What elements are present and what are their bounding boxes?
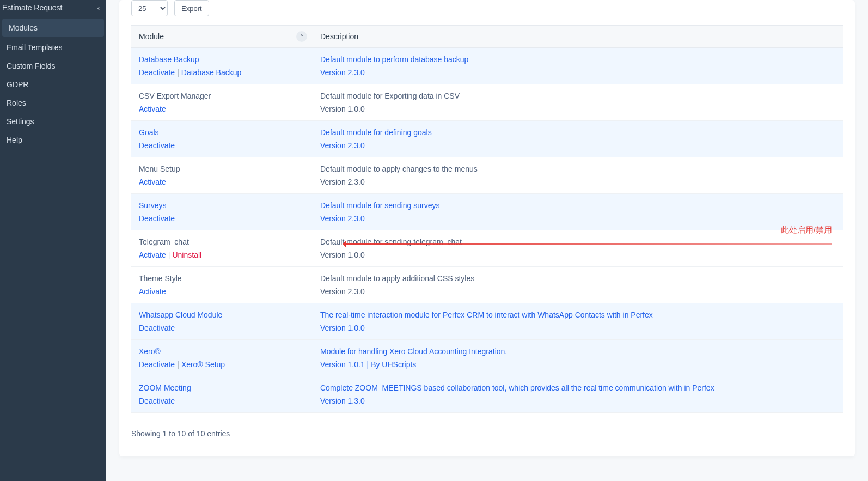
module-name[interactable]: Whatsapp Cloud Module xyxy=(139,310,305,319)
sidebar-item-settings[interactable]: Settings xyxy=(0,112,106,131)
col-header-description-label: Description xyxy=(320,32,358,41)
action-deactivate[interactable]: Deactivate xyxy=(139,397,175,405)
sidebar-parent-estimate-request[interactable]: Estimate Request ‹ xyxy=(0,0,106,17)
export-button[interactable]: Export xyxy=(174,0,209,16)
row-actions: Deactivate|Database Backup xyxy=(139,68,305,77)
description-cell: Default module to perform database backu… xyxy=(313,48,843,84)
module-name: CSV Export Manager xyxy=(139,92,305,100)
sidebar-item-help[interactable]: Help xyxy=(0,131,106,149)
description-cell: Default module for sending surveysVersio… xyxy=(313,194,843,230)
row-actions: Deactivate xyxy=(139,324,305,332)
action-deactivate[interactable]: Deactivate xyxy=(139,68,175,77)
table-row: Menu SetupActivateDefault module to appl… xyxy=(131,157,843,194)
module-name: Telegram_chat xyxy=(139,238,305,246)
col-header-description[interactable]: Description xyxy=(313,26,843,48)
sidebar-item-label: GDPR xyxy=(7,80,28,89)
separator: | xyxy=(168,251,170,259)
sidebar-item-label: Email Templates xyxy=(7,43,62,52)
module-version: Version 1.0.0 xyxy=(320,251,835,259)
module-description: Default module for sending telegram_chat xyxy=(320,238,835,246)
sidebar-item-modules[interactable]: Modules xyxy=(2,19,104,37)
row-actions: Deactivate xyxy=(139,214,305,223)
description-cell: Module for handling Xero Cloud Accountin… xyxy=(313,340,843,376)
col-header-module-label: Module xyxy=(139,32,164,41)
action-xero-setup[interactable]: Xero® Setup xyxy=(181,360,225,369)
module-version[interactable]: Version 2.3.0 xyxy=(320,68,835,77)
module-version[interactable]: Version 1.3.0 xyxy=(320,397,835,405)
module-version: Version 1.0.0 xyxy=(320,105,835,113)
module-version[interactable]: Version 1.0.0 xyxy=(320,324,835,332)
module-cell: Menu SetupActivate xyxy=(131,157,313,194)
sidebar-item-custom-fields[interactable]: Custom Fields xyxy=(0,57,106,75)
sidebar: Estimate Request ‹ ModulesEmail Template… xyxy=(0,0,106,481)
page-size-select[interactable]: 25 xyxy=(131,0,168,16)
action-deactivate[interactable]: Deactivate xyxy=(139,214,175,223)
table-row: Database BackupDeactivate|Database Backu… xyxy=(131,48,843,84)
module-version[interactable]: Version 1.0.1 | By UHScripts xyxy=(320,360,835,369)
sort-asc-icon[interactable]: ^ xyxy=(296,31,307,42)
module-name[interactable]: Goals xyxy=(139,128,305,137)
row-actions: Activate|Uninstall xyxy=(139,251,305,259)
module-version: Version 2.3.0 xyxy=(320,178,835,186)
description-cell: The real-time interaction module for Per… xyxy=(313,303,843,340)
module-cell: Xero®Deactivate|Xero® Setup xyxy=(131,340,313,376)
action-activate[interactable]: Activate xyxy=(139,251,166,259)
module-version: Version 2.3.0 xyxy=(320,287,835,296)
sidebar-item-label: Custom Fields xyxy=(7,62,55,70)
action-deactivate[interactable]: Deactivate xyxy=(139,360,175,369)
sidebar-item-gdpr[interactable]: GDPR xyxy=(0,75,106,94)
module-description[interactable]: The real-time interaction module for Per… xyxy=(320,310,835,319)
toolbar: 25 Export xyxy=(119,0,855,23)
module-description: Default module for Exporting data in CSV xyxy=(320,92,835,100)
module-cell: Theme StyleActivate xyxy=(131,267,313,303)
module-version[interactable]: Version 2.3.0 xyxy=(320,141,835,150)
module-cell: GoalsDeactivate xyxy=(131,121,313,157)
module-description[interactable]: Module for handling Xero Cloud Accountin… xyxy=(320,347,835,356)
description-cell: Default module to apply changes to the m… xyxy=(313,157,843,194)
module-name[interactable]: ZOOM Meeting xyxy=(139,383,305,392)
table-row: SurveysDeactivateDefault module for send… xyxy=(131,194,843,230)
action-uninstall[interactable]: Uninstall xyxy=(172,251,201,259)
module-cell: ZOOM MeetingDeactivate xyxy=(131,376,313,413)
module-name: Menu Setup xyxy=(139,165,305,173)
module-description[interactable]: Default module for defining goals xyxy=(320,128,835,137)
row-actions: Activate xyxy=(139,178,305,186)
module-description[interactable]: Complete ZOOM_MEETINGS based collaborati… xyxy=(320,383,835,392)
description-cell: Default module for Exporting data in CSV… xyxy=(313,84,843,121)
module-description[interactable]: Default module to perform database backu… xyxy=(320,55,835,64)
table-row: Theme StyleActivateDefault module to app… xyxy=(131,267,843,303)
sidebar-item-email-templates[interactable]: Email Templates xyxy=(0,38,106,57)
row-actions: Activate xyxy=(139,105,305,113)
modules-panel: 25 Export Module ^ Description xyxy=(119,0,855,456)
action-database-backup[interactable]: Database Backup xyxy=(181,68,242,77)
module-description: Default module to apply changes to the m… xyxy=(320,165,835,173)
module-cell: Telegram_chatActivate|Uninstall xyxy=(131,230,313,267)
module-name[interactable]: Xero® xyxy=(139,347,305,356)
action-activate[interactable]: Activate xyxy=(139,105,166,113)
action-activate[interactable]: Activate xyxy=(139,287,166,296)
table-row: Telegram_chatActivate|UninstallDefault m… xyxy=(131,230,843,267)
module-name[interactable]: Database Backup xyxy=(139,55,305,64)
action-deactivate[interactable]: Deactivate xyxy=(139,324,175,332)
module-description[interactable]: Default module for sending surveys xyxy=(320,201,835,210)
table-row: CSV Export ManagerActivateDefault module… xyxy=(131,84,843,121)
module-name: Theme Style xyxy=(139,274,305,283)
sidebar-item-roles[interactable]: Roles xyxy=(0,94,106,112)
table-row: ZOOM MeetingDeactivateComplete ZOOM_MEET… xyxy=(131,376,843,413)
row-actions: Deactivate xyxy=(139,397,305,405)
module-version[interactable]: Version 2.3.0 xyxy=(320,214,835,223)
col-header-module[interactable]: Module ^ xyxy=(131,26,313,48)
sidebar-parent-label: Estimate Request xyxy=(2,3,63,12)
separator: | xyxy=(177,68,179,77)
row-actions: Deactivate xyxy=(139,141,305,150)
action-activate[interactable]: Activate xyxy=(139,178,166,186)
description-cell: Default module to apply additional CSS s… xyxy=(313,267,843,303)
main-content: 25 Export Module ^ Description xyxy=(106,0,868,481)
module-name[interactable]: Surveys xyxy=(139,201,305,210)
module-description: Default module to apply additional CSS s… xyxy=(320,274,835,283)
action-deactivate[interactable]: Deactivate xyxy=(139,141,175,150)
module-cell: Whatsapp Cloud ModuleDeactivate xyxy=(131,303,313,340)
table-row: GoalsDeactivateDefault module for defini… xyxy=(131,121,843,157)
sidebar-item-label: Modules xyxy=(9,23,38,32)
separator: | xyxy=(177,360,179,369)
